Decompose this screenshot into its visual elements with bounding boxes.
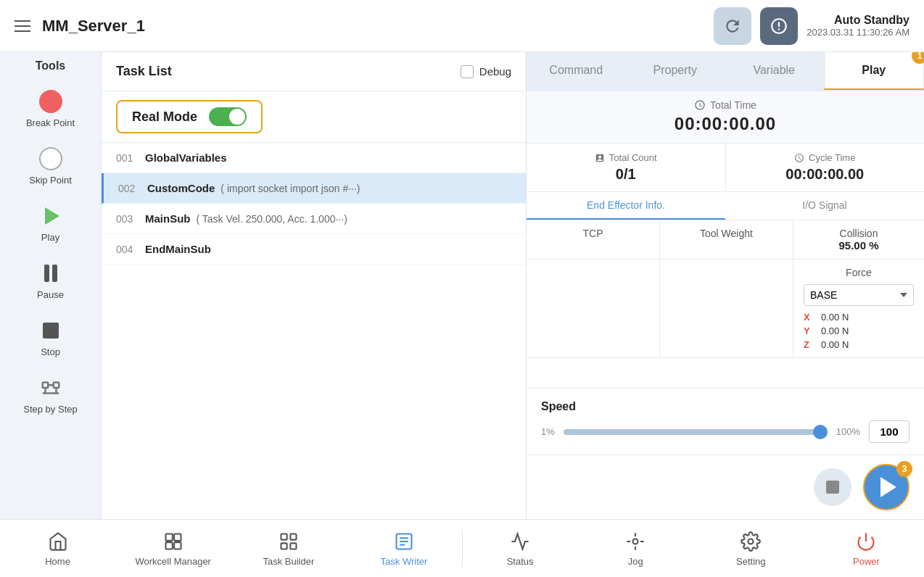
svg-rect-12 xyxy=(281,543,286,549)
force-section: Force BASE TOOL USER X 0.00 N Y 0.00 xyxy=(793,260,924,357)
sub-tab-end-effector[interactable]: End Effector Info. xyxy=(527,192,725,220)
tool-stop[interactable]: Stop xyxy=(7,310,94,365)
counts-section: Total Count 0/1 Cycle Time 00:00:00.00 xyxy=(527,144,924,192)
tool-skip-point[interactable]: Skip Point xyxy=(7,138,94,193)
skip-point-icon xyxy=(38,146,64,172)
tool-step-by-step[interactable]: Step by Step xyxy=(7,368,94,422)
refresh-icon-btn[interactable] xyxy=(714,7,751,45)
pause-label: Pause xyxy=(37,289,64,300)
effector-collision-col: Collision 95.00 % xyxy=(793,220,924,259)
home-icon xyxy=(46,530,70,553)
nav-status-label: Status xyxy=(507,556,534,567)
step-by-step-label: Step by Step xyxy=(23,404,77,415)
power-icon xyxy=(854,530,878,553)
break-point-label: Break Point xyxy=(26,117,75,128)
force-y-row: Y 0.00 N xyxy=(804,325,914,336)
svg-rect-7 xyxy=(174,534,181,541)
cycle-time-box: Cycle Time 00:00:00.00 xyxy=(726,144,925,191)
task-name: MainSub xyxy=(145,212,191,225)
menu-icon[interactable] xyxy=(15,20,30,32)
main-area: Tools Break Point Skip Point Play Pause xyxy=(0,52,924,519)
status-icon xyxy=(508,530,532,553)
real-mode-label: Real Mode xyxy=(132,109,197,125)
header: MM_Server_1 Auto Standby 2023.03.31 11:3… xyxy=(0,0,924,52)
collision-value: 95.00 % xyxy=(799,239,918,252)
settings-icon-btn[interactable] xyxy=(760,7,798,45)
tool-pause[interactable]: Pause xyxy=(7,253,94,307)
nav-jog[interactable]: Jog xyxy=(578,524,693,573)
effector-cols: TCP Tool Weight Collision 95.00 % xyxy=(527,220,924,260)
task-panel: Task List Debug Real Mode 001 GlobalVari… xyxy=(102,52,527,519)
force-y-axis: Y xyxy=(804,325,815,336)
header-right: Auto Standby 2023.03.31 11:30:26 AM xyxy=(714,7,909,45)
stop-button[interactable] xyxy=(814,468,851,506)
nav-power-label: Power xyxy=(853,556,880,567)
tool-play[interactable]: Play xyxy=(7,196,94,250)
task-list-title: Task List xyxy=(116,64,461,79)
svg-rect-8 xyxy=(165,542,172,549)
status-datetime: 2023.03.31 11:30:26 AM xyxy=(807,27,909,38)
nav-task-builder[interactable]: Task Builder xyxy=(231,524,346,573)
task-name: CustomCode xyxy=(147,182,215,194)
tool-break-point[interactable]: Break Point xyxy=(7,81,94,136)
collision-label: Collision xyxy=(799,228,918,239)
tcp-area xyxy=(527,260,660,357)
svg-rect-11 xyxy=(290,534,296,540)
svg-rect-9 xyxy=(174,542,181,549)
svg-rect-13 xyxy=(290,543,296,549)
force-z-row: Z 0.00 N xyxy=(804,339,914,350)
nav-status[interactable]: Status xyxy=(463,524,578,573)
nav-power[interactable]: Power xyxy=(809,524,924,573)
nav-setting-label: Setting xyxy=(736,556,765,567)
nav-workcell[interactable]: Workcell Manager xyxy=(115,524,231,573)
force-values: X 0.00 N Y 0.00 N Z 0.00 N xyxy=(804,312,914,350)
cycle-time-label: Cycle Time xyxy=(809,152,855,163)
count-icon xyxy=(595,153,605,163)
break-point-icon xyxy=(38,88,64,115)
force-select[interactable]: BASE TOOL USER xyxy=(804,284,914,306)
pause-icon xyxy=(38,260,64,286)
play-button[interactable]: 3 xyxy=(863,464,909,510)
svg-point-23 xyxy=(748,539,754,544)
sub-tab-io-signal[interactable]: I/O Signal xyxy=(725,192,924,220)
task-row[interactable]: 001 GlobalVariables xyxy=(102,143,526,173)
speed-max: 100% xyxy=(836,426,860,437)
nav-home[interactable]: Home xyxy=(0,524,115,573)
tab-command[interactable]: Command xyxy=(527,52,626,90)
nav-task-writer[interactable]: Task Writer xyxy=(346,524,461,573)
play-icon xyxy=(38,203,64,229)
workcell-icon xyxy=(162,530,185,553)
speed-slider[interactable] xyxy=(564,429,828,435)
force-z-axis: Z xyxy=(804,339,815,350)
total-count-label: Total Count xyxy=(609,152,657,163)
tab-variable[interactable]: Variable xyxy=(725,52,824,90)
debug-checkbox[interactable] xyxy=(461,65,474,78)
debug-toggle[interactable]: Debug xyxy=(461,65,511,78)
svg-rect-6 xyxy=(165,534,172,541)
task-row[interactable]: 002 CustomCode ( import socket import js… xyxy=(102,173,526,204)
tab-play[interactable]: Play 1 xyxy=(824,52,925,90)
play-inner-icon xyxy=(880,477,896,497)
task-row[interactable]: 003 MainSub ( Task Vel. 250.000, Acc. 1.… xyxy=(102,204,526,234)
skip-point-label: Skip Point xyxy=(29,175,72,186)
nav-home-label: Home xyxy=(45,556,70,567)
tools-title: Tools xyxy=(36,59,65,72)
stop-label: Stop xyxy=(41,346,60,357)
task-row[interactable]: 004 EndMainSub xyxy=(102,234,526,265)
task-name: GlobalVariables xyxy=(145,151,227,164)
total-time-section: Total Time 00:00:00.00 xyxy=(527,91,924,144)
tab-property[interactable]: Property xyxy=(626,52,725,90)
speed-controls: 1% 100% 100 xyxy=(541,420,909,443)
speed-fill xyxy=(564,429,825,435)
nav-setting[interactable]: Setting xyxy=(693,524,809,573)
right-tabs: Command Property Variable Play 1 xyxy=(527,52,924,91)
right-panel: Command Property Variable Play 1 Total T… xyxy=(527,52,924,519)
real-mode-toggle[interactable] xyxy=(209,107,247,126)
total-count-value: 0/1 xyxy=(541,166,711,183)
tools-panel: Tools Break Point Skip Point Play Pause xyxy=(0,52,102,519)
cog-icon xyxy=(770,17,788,36)
stop-inner-icon xyxy=(826,481,839,494)
nav-task-builder-label: Task Builder xyxy=(263,556,314,567)
speed-input[interactable]: 100 xyxy=(869,420,909,443)
effector-tcp-col: TCP xyxy=(527,220,660,259)
